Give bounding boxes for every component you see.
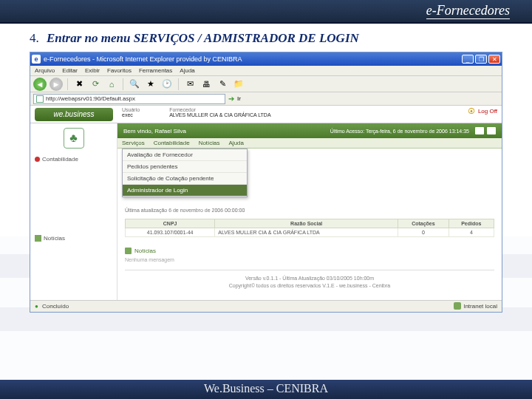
minimize-button[interactable]: _ [462,55,474,64]
th-razao: Razão Social [215,219,398,228]
flag-icon[interactable] [475,127,484,134]
search-icon[interactable]: 🔍 [128,78,141,91]
ie-window: e e-Fornecedores - Microsoft Internet Ex… [30,52,502,313]
left-nav-contabilidade[interactable]: Contabilidade [30,153,117,166]
key-icon: ⦿ [468,107,475,115]
window-buttons: _ ❐ ✕ [462,55,500,64]
page-content: we.business Usuário exec Fornecedor ALVE… [30,106,502,300]
maximize-button[interactable]: ❐ [475,55,487,64]
slide-header: e-Fornecedores [0,0,532,24]
slide-footer: We.Business – CENIBRA [0,380,532,399]
no-news-text: Nenhuma mensagem [125,257,494,262]
banner-flags [475,127,496,134]
webusiness-logo: we.business [35,108,113,121]
version-line1: Versão v.0.1.1 - Última Atualização 03/1… [125,275,494,282]
toolbar-separator [178,78,179,90]
dropdown-item-pedidos[interactable]: Pedidos pendentes [123,161,247,173]
left-nav-label: Contabilidade [42,156,78,163]
menu-ajuda[interactable]: Ajuda [180,67,194,74]
toolbar-separator [67,78,68,90]
cell-cnpj: 41.093.107/0001-44 [126,228,215,237]
menu-contabilidade[interactable]: Contabilidade [154,140,190,146]
dropdown-item-admin-login[interactable]: Administrador de Login [123,185,247,197]
menu-exibir[interactable]: Exibir [85,67,100,74]
zone-icon [454,302,461,310]
field-fornecedor: Fornecedor ALVES MULLER CIA & CIA GRÁFIC… [169,107,270,117]
last-update: Última atualização 6 de novembro de 2006… [125,208,494,213]
ie-statusbar: ● Concluído Intranet local [30,300,502,312]
refresh-icon[interactable]: ⟳ [89,78,102,91]
app-menubar: Serviços Contabilidade Notícias Ajuda [117,138,502,149]
usuario-label: Usuário [122,107,140,112]
news-label: Notícias [134,248,156,254]
menu-editar[interactable]: Editar [62,67,78,74]
servicos-dropdown: Avaliação de Fornecedor Pedidos pendente… [122,149,248,197]
flag-icon[interactable] [487,127,496,134]
menu-noticias[interactable]: Notícias [199,140,220,146]
menu-servicos[interactable]: Serviços [122,140,145,146]
ie-menubar: Arquivo Editar Exibir Favoritos Ferramen… [30,66,502,76]
left-column: ♣ Contabilidade Notícias [30,123,117,300]
field-usuario: Usuário exec [122,107,140,117]
version-footer: Versão v.0.1.1 - Última Atualização 03/1… [125,270,494,294]
cell-cotacoes: 0 [398,228,449,237]
th-cotacoes: Cotações [398,219,449,228]
menu-arquivo[interactable]: Arquivo [35,67,55,74]
dropdown-item-cotacao[interactable]: Solicitação de Cotação pendente [123,173,247,185]
step-instruction: 4. Entrar no menu SERVIÇOS / ADMISTRADOR… [0,24,532,52]
top-fields: Usuário exec Fornecedor ALVES MULLER CIA… [117,106,502,123]
supplier-table: CNPJ Razão Social Cotações Pedidos 41.09… [125,219,494,237]
last-access: Último Acesso: Terça-feira, 6 de novembr… [330,129,469,134]
fornecedor-value: ALVES MULLER CIA & CIA GRÁFICA LTDA [169,112,270,117]
logoff-label: Log Off [478,108,497,115]
ie-toolbar: ◄ ► ✖ ⟳ ⌂ 🔍 ★ 🕑 ✉ 🖶 ✎ 📁 [30,76,502,92]
step-number: 4. [30,31,39,45]
back-button[interactable]: ◄ [33,78,47,91]
news-heading: Notícias [125,248,494,254]
status-text: Concluído [42,303,69,310]
company-logo: ♣ [30,123,117,153]
address-input[interactable]: http://webapsrv01:90/Default.aspx [33,94,225,104]
ie-titlebar: e e-Fornecedores - Microsoft Internet Ex… [30,52,502,66]
toolbar-separator [123,78,123,90]
news-icon [125,248,132,254]
go-label[interactable]: Ir [237,95,241,102]
news-icon [35,235,41,242]
left-nav-noticias[interactable]: Notícias [30,232,117,245]
footer-text: We.Business – CENIBRA [204,382,328,395]
page-icon [36,95,44,103]
ie-title-text: e-Fornecedores - Microsoft Internet Expl… [44,55,462,63]
fornecedor-label: Fornecedor [169,107,270,112]
status-left: ● Concluído [35,303,69,310]
mail-icon[interactable]: ✉ [183,78,197,91]
done-icon: ● [35,303,38,310]
welcome-banner: Bem vindo, Rafael Silva Último Acesso: T… [117,123,502,138]
go-icon[interactable]: ➔ [228,95,234,103]
cell-pedidos: 4 [449,228,494,237]
content-area: Última atualização 6 de novembro de 2006… [117,197,502,300]
edit-icon[interactable]: ✎ [216,78,229,91]
logoff-area[interactable]: ⦿ Log Off [468,107,497,115]
webusiness-logo-wrap: we.business [30,106,117,123]
favorites-icon[interactable]: ★ [144,78,157,91]
forward-button[interactable]: ► [50,78,63,91]
folder-icon[interactable]: 📁 [232,78,245,91]
cell-razao: ALVES MULLER CIA & CIA GRÁFICA LTDA [215,228,398,237]
home-icon[interactable]: ⌂ [105,78,118,91]
ie-app-icon: e [32,55,41,64]
close-button[interactable]: ✕ [488,55,500,64]
usuario-value: exec [122,112,140,117]
menu-favoritos[interactable]: Favoritos [107,67,132,74]
version-line2: Copyright© todos os direitos reservados … [125,282,494,290]
th-pedidos: Pedidos [449,219,494,228]
print-icon[interactable]: 🖶 [200,78,213,91]
th-cnpj: CNPJ [126,219,215,228]
history-icon[interactable]: 🕑 [160,78,174,91]
menu-ferramentas[interactable]: Ferramentas [139,67,172,74]
table-row[interactable]: 41.093.107/0001-44 ALVES MULLER CIA & CI… [126,228,494,237]
dropdown-item-avaliacao[interactable]: Avaliação de Fornecedor [123,149,247,161]
page-topbar: we.business Usuário exec Fornecedor ALVE… [30,106,502,123]
menu-ajuda[interactable]: Ajuda [229,140,244,146]
stop-icon[interactable]: ✖ [72,78,86,91]
step-text: Entrar no menu SERVIÇOS / ADMISTRADOR DE… [47,31,359,45]
